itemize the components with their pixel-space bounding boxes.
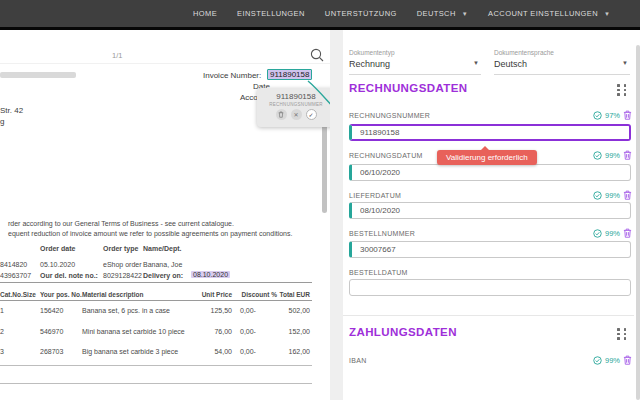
extraction-panel: Dokumententyp Rechnung ▼ Dokumentensprac… — [343, 30, 640, 400]
item-cell: 546970 — [40, 328, 63, 335]
nav-language-label: DEUTSCH — [417, 9, 456, 18]
table-rule — [0, 365, 312, 366]
confidence-value: 99% — [605, 151, 620, 160]
nav-account-settings-menu[interactable]: ACCOUNT EINSTELLUNGEN▼ — [488, 9, 610, 18]
validation-tooltip-text: Validierung erforderlich — [446, 153, 528, 162]
field-delete-button[interactable] — [623, 150, 632, 160]
zoom-search-icon[interactable] — [309, 47, 325, 63]
chevron-down-icon: ▼ — [622, 60, 628, 66]
input-rechnungsdatum[interactable] — [349, 164, 631, 181]
item-cell: 125,50 — [196, 307, 232, 314]
nav-home[interactable]: HOME — [193, 9, 217, 18]
validation-tooltip: Validierung erforderlich — [437, 150, 537, 165]
item-cell: 0,00- — [240, 348, 256, 355]
item-cell: Big banana set carbide 3 piece — [82, 348, 178, 355]
field-delete-button[interactable] — [623, 228, 632, 238]
panel-gap — [330, 30, 343, 400]
item-cell: 2 — [0, 328, 4, 335]
nav-home-label: HOME — [193, 9, 217, 18]
delivery-on-label: Delivery on: — [143, 272, 183, 279]
order-number: 8414820 — [0, 261, 27, 268]
trash-icon — [623, 355, 632, 365]
document-type-label: Dokumententyp — [349, 49, 395, 56]
annotation-confirm-button[interactable]: ✓ — [306, 109, 317, 120]
document-type-value: Rechnung — [349, 59, 390, 69]
nav-unterstuetzung-label: UNTERSTÜTZUNG — [325, 9, 397, 18]
item-cell: 502,00 — [276, 307, 310, 314]
item-cell: 268703 — [40, 348, 63, 355]
document-viewer: 1/1 Invoice Number: 911890158 Date Acco … — [0, 30, 330, 400]
confidence-value: 99% — [605, 191, 620, 200]
items-header: Total EUR — [276, 291, 310, 298]
panel-scrollbar[interactable] — [636, 45, 640, 400]
input-lieferdatum[interactable] — [349, 202, 631, 219]
section-divider — [343, 315, 634, 316]
item-cell: 152,00 — [276, 328, 310, 335]
table-rule — [0, 383, 312, 384]
nav-einstellungen[interactable]: EINSTELLUNGEN — [237, 9, 305, 18]
items-header: Unit Price — [196, 291, 232, 298]
invoice-logo-placeholder — [0, 72, 76, 78]
item-cell: 3 — [0, 348, 4, 355]
order-header-name: Name/Dept. — [143, 245, 182, 252]
nav-language-menu[interactable]: DEUTSCH▼ — [417, 9, 468, 18]
input-rechnungsnummer[interactable] — [349, 124, 631, 141]
address-fragment: g — [0, 117, 4, 126]
page-indicator: 1/1 — [112, 51, 122, 60]
field-badge: 97% — [593, 110, 632, 120]
nav-einstellungen-label: EINSTELLUNGEN — [237, 9, 305, 18]
item-cell: 0,00- — [240, 328, 256, 335]
trash-icon — [623, 150, 632, 160]
terms-line: rder according to our General Terms of B… — [8, 220, 234, 227]
field-label-rechnungsnummer: RECHNUNGSNUMMER — [349, 112, 430, 119]
document-language-value: Deutsch — [494, 59, 527, 69]
check-circle-icon — [593, 151, 602, 160]
item-cell: 156420 — [40, 307, 63, 314]
confidence-value: 99% — [605, 356, 620, 365]
close-icon: ✕ — [293, 111, 298, 118]
trash-icon — [623, 110, 632, 120]
field-delete-button[interactable] — [623, 110, 632, 120]
item-cell: 0,00- — [240, 307, 256, 314]
table-rule — [0, 282, 312, 283]
annotation-popup: 911890158 RECHNUNGSNUMMER ✕ ✓ — [257, 88, 335, 127]
section-drag-handle[interactable] — [617, 84, 628, 96]
terms-line: equent reduction of invoice amount we re… — [8, 230, 292, 237]
annotation-delete-button[interactable] — [276, 109, 287, 120]
delivery-note-value: 8029128422 — [103, 272, 142, 279]
field-label-bestellnummer: BESTELLNUMMER — [349, 230, 415, 237]
field-delete-button[interactable] — [623, 190, 632, 200]
item-cell: 162,00 — [276, 348, 310, 355]
delivery-date-highlight[interactable]: 08.10.2020 — [191, 271, 230, 278]
items-header: Discount % — [240, 291, 277, 298]
table-rule — [0, 300, 312, 301]
annotation-value: 911890158 — [257, 92, 335, 101]
confidence-value: 99% — [605, 229, 620, 238]
order-date: 05.10.2020 — [40, 261, 75, 268]
delivery-note-label: Our del. note no.: — [40, 272, 98, 279]
invoice-number-highlight[interactable]: 911890158 — [267, 69, 312, 80]
item-cell: Mini banana set carbide 10 piece — [82, 328, 185, 335]
document-type-select[interactable]: Dokumententyp Rechnung ▼ — [349, 49, 481, 75]
nav-unterstuetzung[interactable]: UNTERSTÜTZUNG — [325, 9, 397, 18]
document-language-select[interactable]: Dokumentensprache Deutsch ▼ — [494, 49, 630, 75]
trash-icon — [623, 228, 632, 238]
annotation-actions: ✕ ✓ — [257, 109, 335, 120]
chevron-down-icon: ▼ — [462, 11, 468, 17]
tooltip-arrow — [481, 146, 489, 150]
address-fragment: Str. 42 — [0, 106, 23, 115]
field-label-rechnungsdatum: RECHNUNGSDATUM — [349, 152, 423, 159]
input-bestelldatum[interactable] — [349, 279, 631, 296]
app-window: HOME EINSTELLUNGEN UNTERSTÜTZUNG DEUTSCH… — [0, 0, 640, 400]
check-circle-icon — [593, 229, 602, 238]
trash-icon — [623, 190, 632, 200]
order-name: Banana, Joe — [143, 261, 182, 268]
trash-icon — [278, 111, 284, 118]
field-label-lieferdatum: LIEFERDATUM — [349, 192, 401, 199]
input-bestellnummer[interactable] — [349, 241, 631, 258]
annotation-cancel-button[interactable]: ✕ — [291, 109, 302, 120]
field-delete-button[interactable] — [623, 355, 632, 365]
section-drag-handle[interactable] — [617, 328, 628, 340]
viewer-toolbar: 1/1 — [0, 30, 330, 64]
check-circle-icon — [593, 191, 602, 200]
